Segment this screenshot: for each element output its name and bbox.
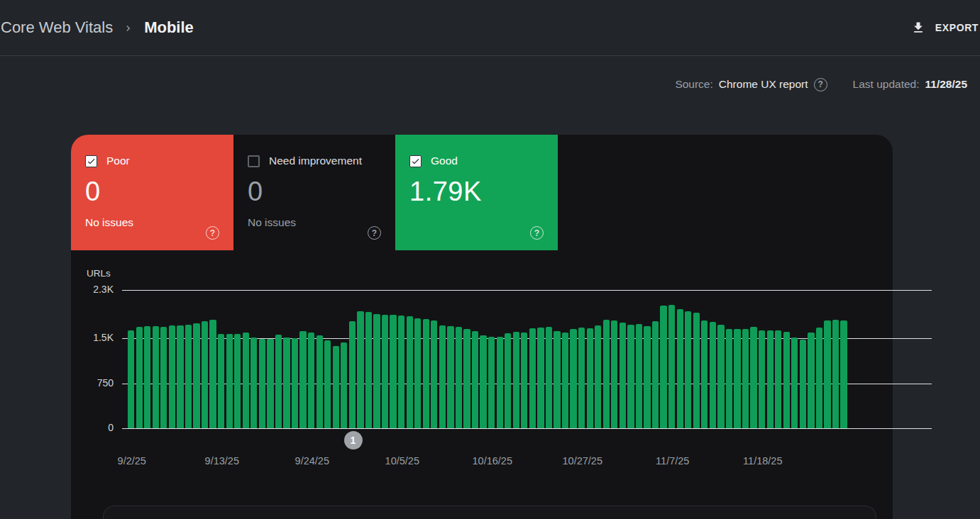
chart-bar[interactable] [267,339,273,428]
chart-bar[interactable] [685,311,691,428]
source-help-icon[interactable]: ? [814,78,827,91]
card-need-improvement[interactable]: Need improvement 0 No issues ? [233,135,395,250]
chart-bar[interactable] [259,339,265,428]
chart-bar[interactable] [292,338,298,428]
chart-bar[interactable] [357,311,363,428]
chart-bar[interactable] [463,329,470,429]
chart-bar[interactable] [193,323,199,428]
chart-bar[interactable] [234,334,241,428]
chart-bar[interactable] [595,325,601,428]
card-good[interactable]: Good 1.79K ? [395,135,558,250]
export-button[interactable]: EXPORT [911,21,980,35]
chart-bar[interactable] [308,333,314,428]
chart-bar[interactable] [373,314,380,428]
chart-bar[interactable] [423,319,429,428]
chart-bar[interactable] [832,320,839,428]
chart-bar[interactable] [488,337,495,429]
chart-bar[interactable] [497,337,503,428]
chart-bar[interactable] [250,337,257,428]
chart-bar[interactable] [710,322,716,428]
chart-bar[interactable] [693,313,700,428]
chart-bar[interactable] [414,318,421,428]
chart-bar[interactable] [816,328,822,428]
chart-bar[interactable] [382,315,388,428]
need-improvement-checkbox[interactable] [248,155,260,167]
chart-bar[interactable] [808,333,814,429]
chart-bar[interactable] [677,309,683,428]
chart-bar[interactable] [587,328,593,428]
chart-bar[interactable] [169,325,175,428]
chart-bar[interactable] [316,335,323,428]
chart-bar[interactable] [160,327,167,429]
chart-bar[interactable] [840,320,847,428]
chart-bar[interactable] [398,316,404,428]
chart-bar[interactable] [750,327,756,428]
chart-bar[interactable] [177,325,183,428]
chart-bar[interactable] [701,320,708,428]
chart-bar[interactable] [734,329,740,429]
chart-bar[interactable] [472,331,478,428]
chart-bar[interactable] [299,331,306,428]
chart-bar[interactable] [243,333,249,429]
chart-bar[interactable] [283,337,290,428]
chart-bar[interactable] [144,326,150,428]
chart-bar[interactable] [800,340,806,428]
chart-bar[interactable] [226,334,233,428]
chart-bar[interactable] [202,321,208,428]
good-help-icon[interactable]: ? [530,226,544,240]
chart-bar[interactable] [275,335,282,428]
chart-bar[interactable] [652,321,659,428]
chart-bar[interactable] [620,323,626,428]
chart-bar[interactable] [546,327,552,428]
chart-bar[interactable] [717,325,724,428]
chart-bar[interactable] [636,324,642,428]
chart-bar[interactable] [521,333,527,428]
chart-bar[interactable] [209,320,216,428]
chart-bar[interactable] [333,346,339,428]
chart-bar[interactable] [439,325,446,428]
chart-bar[interactable] [660,306,666,428]
chart-bar[interactable] [136,327,143,428]
chart-bar[interactable] [128,330,134,428]
chart-bar[interactable] [791,337,798,428]
chart-bar[interactable] [603,320,610,428]
chart-bar[interactable] [349,321,356,428]
need-improvement-help-icon[interactable]: ? [368,226,381,240]
details-card[interactable] [103,506,876,519]
chart-bar[interactable] [578,328,585,428]
chart-bar[interactable] [431,320,437,428]
chart-bar[interactable] [218,334,224,428]
chart-bar[interactable] [513,332,519,428]
chart-bar[interactable] [627,325,634,428]
chart-bar[interactable] [562,333,568,429]
chart-bar[interactable] [390,315,396,428]
chart-bar[interactable] [767,330,773,428]
chart-bar[interactable] [529,328,536,428]
chart-bar[interactable] [480,335,486,428]
good-checkbox[interactable] [409,155,422,167]
chart-bar[interactable] [185,325,192,429]
annotation-marker[interactable]: 1 [344,431,363,450]
chart-bar[interactable] [668,305,675,428]
breadcrumb-core-web-vitals[interactable]: Core Web Vitals [1,18,113,37]
poor-checkbox[interactable] [85,155,97,167]
chart-bar[interactable] [537,328,544,428]
chart-bar[interactable] [365,312,372,428]
chart-bar[interactable] [783,332,790,428]
chart-bar[interactable] [570,329,576,428]
chart-bar[interactable] [644,326,650,428]
chart-bar[interactable] [726,329,732,428]
chart-bar[interactable] [447,326,453,428]
chart-bar[interactable] [153,326,159,428]
chart-bar[interactable] [611,320,617,428]
poor-help-icon[interactable]: ? [206,226,219,240]
chart-bar[interactable] [341,342,347,428]
chart-bar[interactable] [324,340,331,428]
chart-bar[interactable] [759,330,765,428]
chart-bar[interactable] [742,329,749,428]
chart-bar[interactable] [554,331,560,428]
chart-bar[interactable] [775,330,781,428]
chart-bar[interactable] [456,327,462,428]
card-poor[interactable]: Poor 0 No issues ? [71,135,233,250]
chart-bar[interactable] [505,333,511,428]
